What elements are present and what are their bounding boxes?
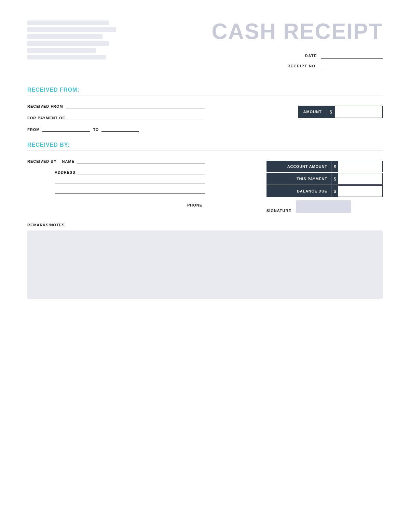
signature-row: SIGNATURE: [266, 200, 383, 213]
address-field[interactable]: [78, 168, 205, 174]
balance-due-row: BALANCE DUE $: [266, 185, 383, 197]
receipt-page: CASH RECEIPT DATE RECEIPT NO. RECEIVED F…: [0, 0, 410, 532]
amount-dollar-sign: $: [327, 106, 335, 118]
this-payment-dollar: $: [331, 173, 338, 185]
from-field[interactable]: [42, 125, 90, 132]
name-field[interactable]: [77, 157, 205, 163]
name-label: NAME: [62, 159, 74, 163]
this-payment-label: THIS PAYMENT: [266, 173, 331, 185]
header: CASH RECEIPT DATE RECEIPT NO.: [27, 21, 383, 73]
address-row-2: [55, 178, 205, 184]
to-label: TO: [93, 128, 99, 132]
received-from-header: RECEIVED FROM:: [27, 87, 383, 93]
signature-label: SIGNATURE: [266, 209, 291, 213]
received-from-section: RECEIVED FROM FOR PAYMENT OF FROM TO AMO…: [27, 102, 383, 132]
account-amount-dollar: $: [331, 161, 338, 172]
received-by-left: RECEIVED BY NAME ADDRESS PHONE: [27, 157, 205, 207]
receipt-no-field[interactable]: [321, 63, 383, 69]
received-by-label: RECEIVED BY: [27, 159, 57, 163]
for-payment-row: FOR PAYMENT OF: [27, 114, 205, 120]
for-payment-label: FOR PAYMENT OF: [27, 116, 65, 120]
company-info: [27, 21, 123, 59]
company-line-3: [27, 34, 102, 39]
company-line-4: [27, 41, 109, 46]
received-by-divider: [27, 150, 383, 150]
from-label: FROM: [27, 128, 40, 132]
address-label: ADDRESS: [55, 170, 76, 174]
received-by-name-row: RECEIVED BY NAME: [27, 157, 205, 163]
remarks-section: REMARKS/NOTES: [27, 223, 383, 299]
for-payment-field[interactable]: [68, 114, 205, 120]
received-by-title: RECEIVED BY:: [27, 142, 70, 148]
account-right: ACCOUNT AMOUNT $ THIS PAYMENT $ BALANCE …: [266, 157, 383, 213]
amount-value-field[interactable]: [335, 106, 383, 118]
this-payment-row: THIS PAYMENT $: [266, 173, 383, 185]
receipt-no-row: RECEIPT NO.: [287, 63, 383, 69]
address-row: ADDRESS: [55, 168, 205, 174]
address-lines: ADDRESS: [55, 168, 205, 194]
header-right: CASH RECEIPT DATE RECEIPT NO.: [212, 21, 383, 73]
company-line-5: [27, 48, 96, 53]
company-line-6: [27, 55, 106, 59]
to-field[interactable]: [101, 125, 139, 132]
address-field-2[interactable]: [55, 178, 205, 184]
account-amount-label: ACCOUNT AMOUNT: [266, 161, 331, 172]
date-row: DATE: [305, 53, 383, 59]
received-by-header: RECEIVED BY:: [27, 142, 383, 148]
received-from-row: RECEIVED FROM: [27, 102, 205, 108]
received-from-divider: [27, 95, 383, 95]
received-from-label: RECEIVED FROM: [27, 104, 63, 108]
received-from-title: RECEIVED FROM:: [27, 87, 80, 93]
signature-box[interactable]: [296, 200, 351, 213]
amount-label: AMOUNT: [298, 106, 326, 118]
account-amount-field[interactable]: [338, 161, 383, 172]
phone-label: PHONE: [187, 203, 202, 207]
balance-due-dollar: $: [331, 185, 338, 197]
phone-field-row: PHONE: [187, 201, 205, 207]
received-by-section: RECEIVED BY NAME ADDRESS PHONE: [27, 157, 383, 213]
account-boxes: ACCOUNT AMOUNT $ THIS PAYMENT $ BALANCE …: [266, 161, 383, 197]
phone-row: PHONE: [55, 201, 205, 207]
date-field[interactable]: [321, 53, 383, 59]
amount-box: AMOUNT $: [298, 106, 383, 118]
account-amount-row: ACCOUNT AMOUNT $: [266, 161, 383, 172]
balance-due-label: BALANCE DUE: [266, 185, 331, 197]
received-from-left: RECEIVED FROM FOR PAYMENT OF FROM TO: [27, 102, 205, 132]
receipt-no-label: RECEIPT NO.: [287, 64, 317, 68]
company-line-2: [27, 27, 116, 32]
page-title: CASH RECEIPT: [212, 21, 383, 42]
date-label: DATE: [305, 54, 317, 58]
balance-due-field[interactable]: [338, 185, 383, 197]
address-row-3: [55, 187, 205, 194]
amount-container: AMOUNT $: [298, 102, 383, 118]
this-payment-field[interactable]: [338, 173, 383, 185]
address-field-3[interactable]: [55, 187, 205, 194]
remarks-label: REMARKS/NOTES: [27, 223, 383, 227]
from-to-row: FROM TO: [27, 125, 205, 132]
company-line-1: [27, 21, 109, 25]
received-from-field[interactable]: [66, 102, 205, 108]
remarks-box[interactable]: [27, 230, 383, 299]
